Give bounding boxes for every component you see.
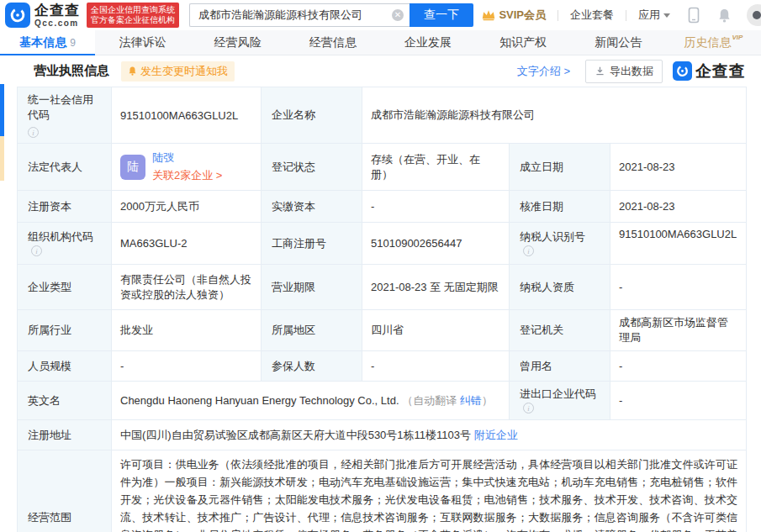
top-bar: 企查查 Qcc.com 全国企业信用查询系统 官方备案企业征信机构 ✕ 查一下 … xyxy=(0,0,761,30)
tab-operating-risk[interactable]: 经营风险 xyxy=(190,30,285,55)
notification-bell-icon[interactable] xyxy=(717,8,732,24)
qcc-company-page: 企查查 Qcc.com 全国企业信用查询系统 官方备案企业征信机构 ✕ 查一下 … xyxy=(0,0,761,532)
reg-address-cell: 中国(四川)自由贸易试验区成都高新区天府大道中段530号1栋11楼1103号 附… xyxy=(112,420,747,450)
industry-label: 所属行业 xyxy=(18,310,112,351)
table-row: 经营范围 许可项目：供电业务（依法须经批准的项目，经相关部门批准后方可开展经营活… xyxy=(18,450,747,532)
correct-link[interactable]: 纠错 xyxy=(460,394,482,407)
badge-line-2: 官方备案企业征信机构 xyxy=(91,15,175,25)
info-icon[interactable]: i xyxy=(31,245,42,256)
credit-code-label: 统一社会信用代码 i xyxy=(18,87,112,144)
chevron-down-icon xyxy=(663,13,670,18)
paid-capital-value: - xyxy=(362,191,510,223)
tab-legal-litigation[interactable]: 法律诉讼 xyxy=(95,30,190,55)
qcc-watermark-icon xyxy=(673,61,692,81)
region-label: 所属地区 xyxy=(262,310,362,351)
legal-rep-avatar[interactable]: 陆 xyxy=(120,155,145,180)
mobile-app-icon[interactable] xyxy=(687,7,700,24)
user-avatar[interactable] xyxy=(747,4,761,26)
reg-address-label: 注册地址 xyxy=(18,420,112,450)
apps-dropdown[interactable]: 应用 xyxy=(638,8,670,23)
org-code-value: MA663GLU-2 xyxy=(112,223,262,265)
tab-intellectual-property[interactable]: 知识产权 xyxy=(476,30,571,55)
table-row: 注册地址 中国(四川)自由贸易试验区成都高新区天府大道中段530号1栋11楼11… xyxy=(18,420,747,450)
reg-status-label: 登记状态 xyxy=(262,144,362,191)
taxpayer-qualification-label: 纳税人资质 xyxy=(510,265,610,310)
import-export-code-label: 进出口企业代码 i xyxy=(510,382,610,420)
tab-operating-info[interactable]: 经营信息 xyxy=(285,30,380,55)
business-license-table: 统一社会信用代码 i 91510100MA663GLU2L 企业名称 成都市浩能… xyxy=(17,87,747,532)
english-name-cell: Chengdu Haoneng Hanyuan Energy Technolog… xyxy=(112,382,510,420)
reg-number-value: 510109002656447 xyxy=(362,223,510,265)
company-type-label: 企业类型 xyxy=(18,265,112,310)
related-companies-link[interactable]: 关联2家企业 > xyxy=(152,169,222,182)
info-icon[interactable]: i xyxy=(523,403,534,413)
legal-rep-label: 法定代表人 xyxy=(18,144,112,191)
qcc-logo-icon xyxy=(5,3,30,28)
basic-info-count: 9 xyxy=(70,37,76,49)
info-icon[interactable]: i xyxy=(28,127,39,138)
clear-search-icon[interactable]: ✕ xyxy=(392,9,404,21)
former-name-value: - xyxy=(610,351,747,382)
reg-status-value: 存续（在营、开业、在册） xyxy=(362,144,510,191)
table-row: 人员规模 - 参保人数 - 曾用名 - xyxy=(18,351,747,382)
crown-icon xyxy=(482,9,495,21)
auto-translate-note: （自动翻译 xyxy=(402,394,457,407)
download-icon xyxy=(595,66,605,76)
export-data-button[interactable]: 导出数据 xyxy=(585,60,663,83)
english-name-label: 英文名 xyxy=(18,382,112,420)
approval-date-label: 核准日期 xyxy=(510,191,610,223)
former-name-label: 曾用名 xyxy=(510,351,610,382)
business-scope-label: 经营范围 xyxy=(18,450,112,532)
insured-count-label: 参保人数 xyxy=(262,351,362,382)
search-input[interactable] xyxy=(189,3,410,27)
taxpayer-id-value: 91510100MA663GLU2L xyxy=(610,223,747,265)
paid-capital-label: 实缴资本 xyxy=(262,191,362,223)
business-scope-value: 许可项目：供电业务（依法须经批准的项目，经相关部门批准后方可开展经营活动，具体经… xyxy=(112,450,747,532)
table-row: 所属行业 批发业 所属地区 四川省 登记机关 成都高新区市场监督管理局 xyxy=(18,310,747,351)
search-button[interactable]: 查一下 xyxy=(410,3,473,27)
legal-rep-cell: 陆 陆弢 关联2家企业 > xyxy=(112,144,262,191)
info-icon[interactable]: i xyxy=(523,245,534,256)
svip-member-link[interactable]: SVIP会员 xyxy=(482,8,546,23)
reg-authority-label: 登记机关 xyxy=(510,310,610,351)
side-anchor-active-strip xyxy=(0,84,4,136)
tab-history-info[interactable]: 历史信息 VIP xyxy=(666,30,761,55)
staff-size-label: 人员规模 xyxy=(18,351,112,382)
reg-number-label: 工商注册号 xyxy=(262,223,362,265)
reg-address-value: 中国(四川)自由贸易试验区成都高新区天府大道中段530号1栋11楼1103号 xyxy=(120,429,471,441)
table-row: 法定代表人 陆 陆弢 关联2家企业 > 登记状态 存续（在营、开业、在册） 成立… xyxy=(18,144,747,191)
nearby-companies-link[interactable]: 附近企业 xyxy=(474,429,518,441)
english-name-value: Chengdu Haoneng Hanyuan Energy Technolog… xyxy=(120,394,399,407)
vip-badge: VIP xyxy=(732,34,743,41)
tab-news[interactable]: 新闻公告 xyxy=(571,30,666,55)
table-row: 英文名 Chengdu Haoneng Hanyuan Energy Techn… xyxy=(18,382,747,420)
reg-capital-value: 2000万元人民币 xyxy=(112,191,262,223)
badge-line-1: 全国企业信用查询系统 xyxy=(91,5,175,15)
table-row: 企业类型 有限责任公司（非自然人投资或控股的法人独资） 营业期限 2021-08… xyxy=(18,265,747,310)
text-intro-link[interactable]: 文字介绍 > xyxy=(517,64,570,79)
credit-system-badge: 全国企业信用查询系统 官方备案企业征信机构 xyxy=(87,3,179,28)
taxpayer-qualification-value: - xyxy=(610,265,747,310)
qcc-watermark-text: 企查查 xyxy=(695,61,746,82)
tab-basic-info[interactable]: 基本信息 9 xyxy=(0,30,95,55)
taxpayer-id-label: 纳税人识别号 i xyxy=(510,223,610,265)
tab-company-development[interactable]: 企业发展 xyxy=(381,30,476,55)
company-name-label: 企业名称 xyxy=(262,87,362,144)
establish-date-label: 成立日期 xyxy=(510,144,610,191)
business-term-value: 2021-08-23 至 无固定期限 xyxy=(362,265,510,310)
company-type-value: 有限责任公司（非自然人投资或控股的法人独资） xyxy=(112,265,262,310)
table-row: 组织机构代码 i MA663GLU-2 工商注册号 51010900265644… xyxy=(18,223,747,265)
side-anchor-strip xyxy=(0,136,4,181)
qcc-logo[interactable]: 企查查 Qcc.com xyxy=(5,3,80,28)
reg-authority-value: 成都高新区市场监督管理局 xyxy=(610,310,747,351)
company-name-value: 成都市浩能瀚源能源科技有限公司 xyxy=(362,87,747,144)
search-bar: ✕ 查一下 xyxy=(189,3,473,27)
region-value: 四川省 xyxy=(362,310,510,351)
legal-rep-name-link[interactable]: 陆弢 xyxy=(152,151,174,164)
section-title: 营业执照信息 xyxy=(34,63,109,79)
enterprise-package-link[interactable]: 企业套餐 xyxy=(570,8,614,23)
qcc-watermark: 企查查 xyxy=(673,61,746,82)
industry-value: 批发业 xyxy=(112,310,262,351)
notify-on-change-button[interactable]: 发生变更时通知我 xyxy=(121,61,235,82)
logo-text: 企查查 xyxy=(34,3,80,18)
